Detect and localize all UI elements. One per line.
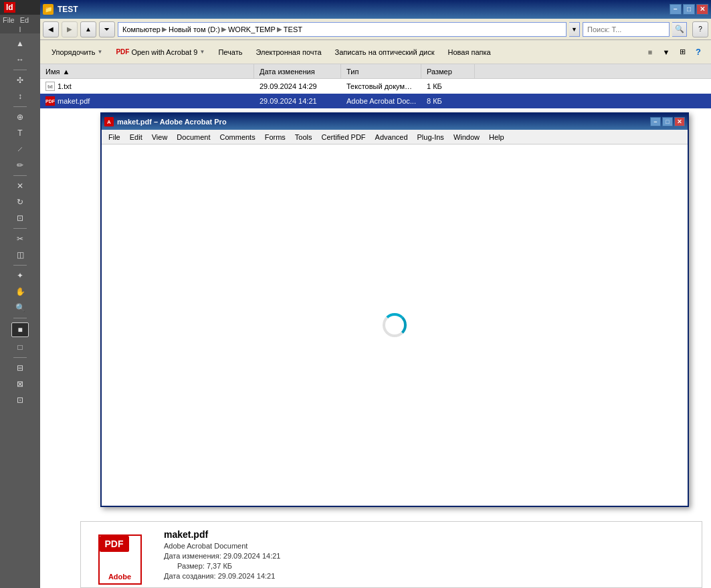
menu-edit[interactable]: Edit (126, 132, 146, 142)
sort-icon: ▲ (62, 68, 70, 76)
tool-fill[interactable]: ■ (11, 322, 29, 337)
menu-plugins[interactable]: Plug-Ins (413, 132, 448, 142)
acrobat-icon-small: PDF (116, 48, 129, 56)
breadcrumb-test[interactable]: TEST (284, 25, 302, 33)
menu-edit[interactable]: Ed (20, 16, 29, 24)
breadcrumb-computer[interactable]: Компьютер (122, 25, 161, 33)
explorer-icon: 📁 (43, 4, 54, 15)
file-name-cell: PDF maket.pdf (40, 95, 254, 107)
indesign-titlebar: Id (0, 0, 40, 15)
tool-rectangle[interactable]: ✕ (11, 179, 29, 193)
acrobat-logo-icon: A (104, 117, 114, 126)
tool-hand[interactable]: ✋ (11, 284, 29, 299)
forward-button[interactable]: ▶ (62, 21, 78, 37)
tool-mode1[interactable]: ⊟ (11, 361, 29, 375)
menu-window[interactable]: Window (449, 132, 484, 142)
tool-eyedropper[interactable]: ✦ (11, 268, 29, 283)
organize-arrow: ▼ (97, 49, 102, 55)
indesign-logo: Id (4, 2, 15, 13)
view-arrow-button[interactable]: ▼ (659, 45, 674, 60)
info-size: Размер: 7,37 КБ (164, 562, 280, 570)
burn-button[interactable]: Записать на оптический диск (329, 43, 441, 62)
minimize-button[interactable]: − (670, 4, 682, 15)
menu-forms[interactable]: Forms (261, 132, 290, 142)
breadcrumb-drive[interactable]: Новый том (D:) (169, 25, 220, 33)
file-date-cell: 29.09.2024 14:29 (254, 81, 341, 92)
table-row[interactable]: txt 1.txt 29.09.2024 14:29 Текстовый док… (40, 79, 711, 94)
acrobat-close-button[interactable]: ✕ (674, 117, 685, 126)
menu-file[interactable]: File (104, 132, 124, 142)
file-list-header: Имя ▲ Дата изменения Тип Размер (40, 64, 711, 79)
acrobat-menubar: File Edit View Document Comments Forms T… (102, 130, 688, 144)
open-acrobat-button[interactable]: PDF Open with Acrobat 9 ▼ (110, 43, 211, 62)
menu-tools[interactable]: Tools (291, 132, 316, 142)
up-button[interactable]: ▲ (80, 21, 96, 37)
info-filename: maket.pdf (164, 529, 280, 540)
indesign-panel: Id File Ed ▲ ↔ ✣ ↕ ⊕ T ⟋ ✏ ✕ ↻ ⊡ ✂ ◫ ✦ ✋… (0, 0, 40, 588)
recent-button[interactable]: ⏷ (99, 21, 115, 37)
new-folder-button[interactable]: Новая папка (442, 43, 497, 62)
view-buttons: ≡ ▼ ⊞ ? (643, 45, 706, 60)
tool-gradient[interactable]: ◫ (11, 248, 29, 262)
tool-gap[interactable]: ↕ (11, 89, 29, 104)
menu-comments[interactable]: Comments (216, 132, 260, 142)
titlebar-left: 📁 TEST (43, 4, 78, 15)
tool-mode2[interactable]: ⊠ (11, 377, 29, 391)
acrobat-controls[interactable]: − □ ✕ (650, 117, 685, 126)
menu-view[interactable]: View (148, 132, 172, 142)
acrobat-restore-button[interactable]: □ (662, 117, 673, 126)
tool-scale[interactable]: ⊡ (11, 211, 29, 225)
menu-document[interactable]: Document (173, 132, 214, 142)
tool-scissors[interactable]: ✂ (11, 231, 29, 246)
open-acrobat-arrow: ▼ (199, 49, 205, 55)
back-button[interactable]: ◀ (43, 21, 59, 37)
info-date-created: Дата создания: 29.09.2024 14:21 (164, 572, 280, 580)
tool-mode3[interactable]: ⊡ (11, 393, 29, 407)
file-type-cell: Текстовый документ (341, 81, 421, 92)
tool-direct-select[interactable]: ↔ (11, 52, 29, 67)
menu-help[interactable]: Help (485, 132, 508, 142)
titlebar-controls[interactable]: − □ ✕ (670, 4, 708, 15)
adobe-label: Adobe (108, 573, 131, 581)
restore-button[interactable]: □ (683, 4, 695, 15)
tool-pencil[interactable]: ✏ (11, 158, 29, 173)
acrobat-window: A maket.pdf – Adobe Acrobat Pro − □ ✕ Fi… (100, 112, 689, 507)
tool-text[interactable]: T (11, 126, 29, 140)
col-header-date[interactable]: Дата изменения (254, 64, 341, 78)
view-list-button[interactable]: ≡ (643, 45, 657, 60)
tool-zoom[interactable]: 🔍 (11, 300, 29, 315)
indesign-menubar: File Ed (0, 15, 40, 25)
tool-line[interactable]: ⟋ (11, 142, 29, 157)
tool-rotate[interactable]: ↻ (11, 195, 29, 209)
address-dropdown[interactable]: ▼ (569, 22, 580, 37)
email-button[interactable]: Электронная почта (249, 43, 327, 62)
col-header-size[interactable]: Размер (421, 64, 475, 78)
close-button[interactable]: ✕ (696, 4, 708, 15)
txt-icon: txt (45, 82, 55, 91)
file-size-cell: 8 КБ (421, 96, 475, 106)
organize-button[interactable]: Упорядочить ▼ (45, 43, 108, 62)
view-details-button[interactable]: ⊞ (675, 45, 690, 60)
menu-advanced[interactable]: Advanced (371, 132, 412, 142)
menu-file[interactable]: File (3, 16, 15, 24)
print-button[interactable]: Печать (212, 43, 248, 62)
col-header-type[interactable]: Тип (341, 64, 421, 78)
tool-page[interactable]: ✣ (11, 73, 29, 88)
breadcrumb-worktemp[interactable]: WORK_TEMP (228, 25, 276, 33)
tool-stroke[interactable]: □ (11, 340, 29, 355)
help-button[interactable]: ? (692, 21, 708, 37)
col-header-name[interactable]: Имя ▲ (40, 64, 254, 78)
tool-content-grabber[interactable]: ⊕ (11, 110, 29, 124)
search-input[interactable] (583, 22, 670, 37)
table-row[interactable]: PDF maket.pdf 29.09.2024 14:21 Adobe Acr… (40, 94, 711, 108)
search-button[interactable]: 🔍 (672, 22, 687, 37)
acrobat-titlebar: A maket.pdf – Adobe Acrobat Pro − □ ✕ (102, 114, 688, 130)
tool-select[interactable]: ▲ (11, 36, 29, 51)
address-box[interactable]: Компьютер ▶ Новый том (D:) ▶ WORK_TEMP ▶… (118, 22, 567, 37)
view-help-button[interactable]: ? (691, 45, 706, 60)
menu-certifiedpdf[interactable]: Certified PDF (318, 132, 370, 142)
explorer-window: 📁 TEST − □ ✕ ◀ ▶ ▲ ⏷ Компьютер ▶ Новый т… (40, 0, 711, 588)
file-size-cell: 1 КБ (421, 81, 475, 92)
acrobat-minimize-button[interactable]: − (650, 117, 661, 126)
explorer-title: TEST (58, 5, 78, 14)
